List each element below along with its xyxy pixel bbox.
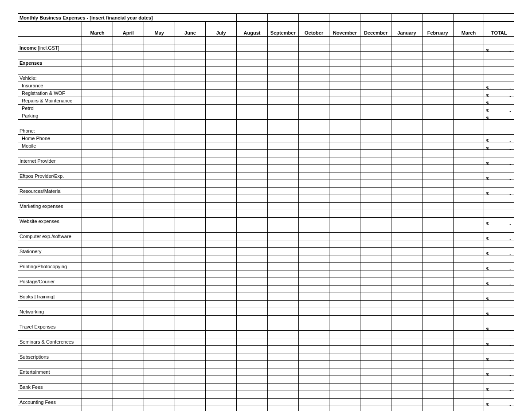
cell[interactable]: [453, 157, 484, 165]
cell[interactable]: [267, 157, 298, 165]
cell[interactable]: [360, 368, 391, 376]
cell[interactable]: [237, 127, 268, 135]
cell[interactable]: [422, 384, 453, 391]
cell[interactable]: [113, 142, 144, 150]
cell[interactable]: [206, 218, 237, 225]
cell[interactable]: [82, 384, 113, 391]
cell[interactable]: [206, 142, 237, 150]
cell[interactable]: [206, 82, 237, 90]
cell[interactable]: [422, 368, 453, 376]
cell[interactable]: [453, 112, 484, 120]
cell[interactable]: [175, 368, 206, 376]
cell[interactable]: [175, 82, 206, 90]
cell[interactable]: [237, 157, 268, 165]
cell[interactable]: [298, 142, 329, 150]
row-total[interactable]: $-: [484, 135, 514, 142]
cell[interactable]: [453, 353, 484, 361]
cell[interactable]: [329, 90, 360, 97]
cell[interactable]: [360, 323, 391, 331]
cell[interactable]: [422, 188, 453, 195]
cell[interactable]: [391, 278, 422, 286]
cell[interactable]: [82, 142, 113, 150]
cell[interactable]: [267, 248, 298, 255]
cell[interactable]: [175, 323, 206, 331]
cell[interactable]: [82, 172, 113, 180]
cell[interactable]: [175, 188, 206, 195]
cell[interactable]: [453, 278, 484, 286]
cell[interactable]: [82, 293, 113, 301]
cell[interactable]: [453, 233, 484, 240]
cell[interactable]: [82, 127, 113, 135]
cell[interactable]: [391, 172, 422, 180]
cell[interactable]: [453, 127, 484, 135]
cell[interactable]: [453, 308, 484, 316]
cell[interactable]: [237, 135, 268, 142]
cell[interactable]: [453, 338, 484, 346]
cell[interactable]: [391, 323, 422, 331]
cell[interactable]: [267, 127, 298, 135]
row-total[interactable]: $-: [484, 142, 514, 150]
cell[interactable]: [391, 338, 422, 346]
cell[interactable]: [453, 90, 484, 97]
cell[interactable]: [175, 97, 206, 105]
cell[interactable]: [206, 308, 237, 316]
cell[interactable]: [206, 233, 237, 240]
cell[interactable]: [329, 233, 360, 240]
cell[interactable]: [206, 384, 237, 391]
cell[interactable]: [267, 105, 298, 112]
cell[interactable]: [298, 135, 329, 142]
cell[interactable]: [144, 293, 175, 301]
cell[interactable]: [206, 203, 237, 210]
cell[interactable]: [206, 112, 237, 120]
cell[interactable]: [175, 105, 206, 112]
cell[interactable]: [422, 338, 453, 346]
cell[interactable]: [175, 399, 206, 406]
cell[interactable]: [360, 263, 391, 270]
cell[interactable]: [360, 157, 391, 165]
cell[interactable]: [144, 127, 175, 135]
row-total[interactable]: $-: [484, 353, 514, 361]
cell[interactable]: [267, 142, 298, 150]
cell[interactable]: [82, 278, 113, 286]
cell[interactable]: [144, 74, 175, 82]
cell[interactable]: [453, 105, 484, 112]
cell[interactable]: [267, 233, 298, 240]
cell[interactable]: [237, 142, 268, 150]
cell[interactable]: [237, 308, 268, 316]
cell[interactable]: [175, 127, 206, 135]
cell[interactable]: [298, 157, 329, 165]
cell[interactable]: [422, 97, 453, 105]
cell[interactable]: [113, 82, 144, 90]
cell[interactable]: [329, 44, 360, 52]
cell[interactable]: [422, 248, 453, 255]
cell[interactable]: [360, 44, 391, 52]
cell[interactable]: [360, 127, 391, 135]
cell[interactable]: [422, 74, 453, 82]
cell[interactable]: [422, 323, 453, 331]
cell[interactable]: [267, 399, 298, 406]
cell[interactable]: [453, 44, 484, 52]
cell[interactable]: [267, 82, 298, 90]
cell[interactable]: [206, 278, 237, 286]
cell[interactable]: [82, 203, 113, 210]
cell[interactable]: [113, 90, 144, 97]
cell[interactable]: [206, 293, 237, 301]
cell[interactable]: [267, 218, 298, 225]
cell[interactable]: [422, 44, 453, 52]
cell[interactable]: [298, 353, 329, 361]
cell[interactable]: [144, 112, 175, 120]
cell[interactable]: [113, 157, 144, 165]
cell[interactable]: [329, 278, 360, 286]
cell[interactable]: [298, 74, 329, 82]
cell[interactable]: [360, 248, 391, 255]
cell[interactable]: [267, 293, 298, 301]
cell[interactable]: [82, 248, 113, 255]
cell[interactable]: [453, 142, 484, 150]
cell[interactable]: [267, 135, 298, 142]
cell[interactable]: [144, 203, 175, 210]
row-total[interactable]: $-: [484, 368, 514, 376]
cell[interactable]: [82, 338, 113, 346]
cell[interactable]: [329, 263, 360, 270]
cell[interactable]: [144, 90, 175, 97]
cell[interactable]: [453, 218, 484, 225]
